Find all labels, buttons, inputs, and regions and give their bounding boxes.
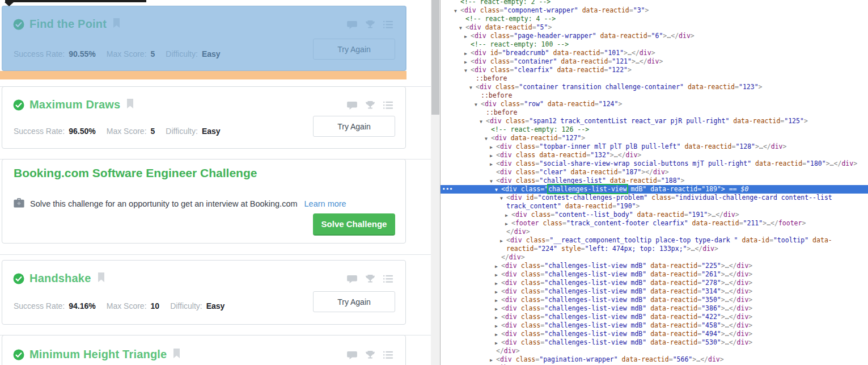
devtools-node-row[interactable]: ▶<div class="challenges-list-view mdB" d… [441, 287, 868, 296]
devtools-node-row[interactable]: ▶<div class="challenges-list-view mdB" d… [441, 279, 868, 287]
devtools-node-row[interactable]: ▶<div id="breadcrumb" data-reactid="101"… [441, 49, 868, 57]
node-options-dots-icon[interactable]: ••• [442, 185, 453, 194]
devtools-node-row[interactable]: ::before [441, 74, 868, 83]
expand-arrow-closed-icon[interactable]: ▶ [495, 330, 501, 339]
devtools-node-row[interactable]: </div> [441, 347, 868, 355]
page-scrollbar[interactable] [431, 0, 440, 365]
expand-arrow-open-icon[interactable]: ▼ [464, 66, 471, 75]
expand-arrow-closed-icon[interactable]: ▶ [500, 237, 506, 245]
challenge-card-maximum-draws[interactable]: Maximum Draws Success Rate: 96.50% Max S… [2, 86, 406, 149]
devtools-node-row[interactable]: ▼<div data-reactid="127"> [441, 134, 868, 142]
bookmark-icon[interactable] [173, 349, 180, 360]
try-again-button[interactable]: Try Again [313, 291, 395, 312]
devtools-node-row[interactable]: ▶<div class="topbar-inner mlT plT plB pu… [441, 142, 868, 151]
devtools-node-row[interactable]: <div class="clear" data-reactid="187"></… [441, 168, 868, 177]
promo-card-booking[interactable]: Booking.com Software Engineer Challenge … [2, 159, 406, 244]
devtools-node-row[interactable]: ▶<div class="challenges-list-view mdB" d… [441, 321, 868, 330]
devtools-node-row[interactable]: <!-- react-empty: 100 --> [441, 40, 868, 49]
leaderboard-trophy-icon[interactable] [365, 350, 375, 360]
devtools-node-row[interactable]: ▶<div class="challenges-list-view mdB" d… [441, 338, 868, 347]
devtools-node-row[interactable]: ▶<div class data-reactid="132">…</div> [441, 151, 868, 160]
devtools-node-row[interactable]: ▶<div class="challenges-list-view mdB" d… [441, 296, 868, 304]
devtools-node-row[interactable]: ▶<div class="challenges-list-view mdB" d… [441, 330, 868, 338]
expand-arrow-open-icon[interactable]: ▼ [485, 135, 491, 143]
devtools-node-row[interactable]: ▶<div class="container" data-reactid="12… [441, 57, 868, 66]
expand-arrow-open-icon[interactable]: ▼ [454, 7, 460, 15]
expand-arrow-closed-icon[interactable]: ▶ [495, 322, 501, 330]
devtools-node-row[interactable]: ▶<div class="content--list_body" data-re… [441, 211, 868, 219]
devtools-node-row[interactable]: ▶<div class="challenges-list-view mdB" d… [441, 304, 868, 313]
expand-arrow-closed-icon[interactable]: ▶ [495, 305, 501, 313]
devtools-node-row[interactable]: ▶<div class="challenges-list-view mdB" d… [441, 270, 868, 279]
devtools-node-row[interactable]: ▶<div class="page-header-wrapper" data-r… [441, 32, 868, 40]
bookmark-icon[interactable] [98, 272, 105, 284]
expand-arrow-closed-icon[interactable]: ▶ [464, 58, 471, 66]
devtools-node-row[interactable]: ▼<div class="span12 track_contentList re… [441, 117, 868, 125]
challenge-card-minimum-height-triangle[interactable]: Minimum Height Triangle [2, 335, 406, 365]
leaderboard-trophy-icon[interactable] [365, 100, 375, 110]
devtools-node-row[interactable]: ▼<div class="clearfix" data-reactid="122… [441, 66, 868, 74]
devtools-node-row[interactable]: reactid="224" style="left: 474px; top: 1… [441, 245, 868, 253]
expand-arrow-open-icon[interactable]: ▼ [490, 177, 496, 186]
page-scrollbar-thumb[interactable] [431, 0, 439, 115]
devtools-node-row[interactable]: ▼<div data-reactid="5"> [441, 23, 868, 32]
expand-arrow-closed-icon[interactable]: ▶ [490, 160, 496, 169]
challenge-card-handshake[interactable]: Handshake Success Rate: 94.16% Max Score… [2, 260, 406, 325]
submissions-list-icon[interactable] [383, 101, 393, 110]
devtools-node-row[interactable]: ▼<div class="row" data-reactid="124"> [441, 100, 868, 108]
expand-arrow-open-icon[interactable]: ▼ [495, 186, 501, 194]
learn-more-link[interactable]: Learn more [304, 199, 346, 208]
devtools-node-row[interactable]: ▶<footer class="track_content-footer cle… [441, 219, 868, 228]
submissions-list-icon[interactable] [383, 351, 393, 359]
devtools-node-row[interactable]: ▼<div class="container transition challe… [441, 83, 868, 91]
try-again-button[interactable]: Try Again [313, 116, 395, 137]
solve-challenge-button[interactable]: Solve Challenge [313, 213, 395, 236]
discussions-icon[interactable] [347, 275, 357, 284]
discussions-icon[interactable] [347, 101, 357, 110]
expand-arrow-closed-icon[interactable]: ▶ [464, 49, 471, 58]
expand-arrow-open-icon[interactable]: ▼ [459, 24, 465, 32]
expand-arrow-open-icon[interactable]: ▼ [500, 194, 506, 203]
expand-arrow-closed-icon[interactable]: ▶ [495, 279, 501, 288]
devtools-node-row[interactable]: ▶<div class="__react_component_tooltip p… [441, 236, 868, 245]
expand-arrow-closed-icon[interactable]: ▶ [495, 339, 501, 347]
devtools-node-row[interactable]: ▶<div class="pagination-wrapper" data-re… [441, 355, 868, 364]
devtools-node-row[interactable]: ::before [441, 108, 868, 117]
expand-arrow-open-icon[interactable]: ▼ [475, 100, 481, 109]
devtools-node-row[interactable]: <!-- react-empty: 2 --> [441, 0, 868, 6]
submissions-list-icon[interactable] [383, 275, 393, 283]
devtools-node-row[interactable]: ▼<div id="contest-challenges-problem" cl… [441, 194, 868, 202]
expand-arrow-open-icon[interactable]: ▼ [480, 118, 486, 126]
expand-arrow-closed-icon[interactable]: ▶ [495, 271, 501, 279]
source-token: div [514, 228, 526, 236]
expand-arrow-closed-icon[interactable]: ▶ [490, 356, 496, 364]
devtools-node-row[interactable]: <!-- react-empty: 126 --> [441, 125, 868, 134]
challenge-title-link[interactable]: Maximum Draws [29, 98, 120, 111]
devtools-node-row[interactable]: </div> [441, 228, 868, 236]
expand-arrow-closed-icon[interactable]: ▶ [495, 288, 501, 296]
leaderboard-trophy-icon[interactable] [365, 274, 375, 284]
devtools-node-row[interactable]: <!-- react-empty: 4 --> [441, 15, 868, 23]
expand-arrow-closed-icon[interactable]: ▶ [495, 313, 501, 322]
challenge-title-link[interactable]: Handshake [29, 272, 91, 285]
devtools-node-row[interactable]: </div> [441, 253, 868, 262]
discussions-icon[interactable] [347, 351, 357, 360]
expand-arrow-closed-icon[interactable]: ▶ [490, 143, 496, 152]
devtools-node-row[interactable]: ▶<div class="social-share-view-wrap soci… [441, 160, 868, 168]
expand-arrow-closed-icon[interactable]: ▶ [464, 32, 471, 41]
expand-arrow-open-icon[interactable]: ▼ [469, 83, 476, 92]
bookmark-icon[interactable] [126, 99, 134, 111]
expand-arrow-closed-icon[interactable]: ▶ [505, 220, 511, 228]
devtools-node-row[interactable]: track_content" data-reactid="190"> [441, 202, 868, 211]
devtools-node-row[interactable]: ▼<div class="challenges-list" data-react… [441, 177, 868, 185]
devtools-node-row[interactable]: ▶<div class="challenges-list-view mdB" d… [441, 262, 868, 270]
devtools-node-row[interactable]: ::before [441, 91, 868, 100]
devtools-node-row-selected[interactable]: •••▼<div class="challenges-list-view mdB… [441, 185, 868, 194]
challenge-title-link[interactable]: Minimum Height Triangle [29, 348, 167, 361]
expand-arrow-closed-icon[interactable]: ▶ [495, 262, 501, 271]
devtools-node-row[interactable]: ▶<div class="challenges-list-view mdB" d… [441, 313, 868, 321]
devtools-node-row[interactable]: ▼<div class="component-wrapper" data-rea… [441, 6, 868, 15]
expand-arrow-closed-icon[interactable]: ▶ [505, 211, 511, 220]
expand-arrow-closed-icon[interactable]: ▶ [495, 296, 501, 305]
expand-arrow-closed-icon[interactable]: ▶ [490, 152, 496, 160]
